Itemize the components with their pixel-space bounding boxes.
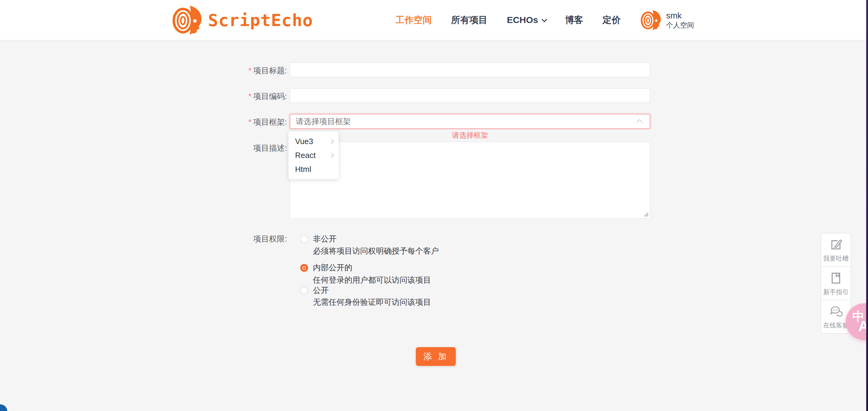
project-framework-select-input[interactable] bbox=[290, 117, 638, 126]
user-menu[interactable]: smk 个人空间 bbox=[640, 9, 694, 31]
dropdown-option-vue3[interactable]: Vue3 bbox=[288, 134, 339, 148]
nav-item-all-projects[interactable]: 所有项目 bbox=[451, 14, 488, 26]
nav-item-pricing[interactable]: 定价 bbox=[602, 14, 621, 26]
project-title-input[interactable] bbox=[290, 63, 650, 77]
browser-edge-strip bbox=[866, 0, 868, 411]
chevron-right-icon bbox=[329, 153, 334, 158]
project-framework-select[interactable] bbox=[290, 114, 650, 129]
permission-desc-internal: 任何登录的用户都可以访问该项目 bbox=[313, 275, 431, 285]
chevron-right-icon bbox=[329, 139, 334, 144]
permission-option-public[interactable]: 公开 bbox=[300, 285, 329, 296]
logo-text: ScriptEcho bbox=[208, 10, 313, 30]
required-mark: * bbox=[248, 92, 251, 101]
main-nav: 工作空间 所有项目 ECHOs 博客 定价 smk 个人空间 bbox=[396, 9, 694, 31]
label-project-framework: *项目框架: bbox=[194, 117, 287, 127]
add-button[interactable]: 添 加 bbox=[416, 347, 456, 366]
label-project-code: *项目编码: bbox=[194, 91, 287, 101]
resize-handle-icon[interactable] bbox=[644, 212, 649, 217]
nav-item-workspace[interactable]: 工作空间 bbox=[396, 14, 432, 26]
user-name: smk bbox=[666, 10, 694, 21]
dropdown-option-react[interactable]: React bbox=[288, 148, 339, 162]
framework-error-message: 请选择框架 bbox=[290, 130, 650, 140]
project-description-textarea[interactable] bbox=[290, 141, 650, 219]
feedback-edit-icon bbox=[829, 237, 843, 251]
user-avatar bbox=[640, 9, 662, 31]
dropdown-option-html[interactable]: Html bbox=[288, 162, 339, 176]
beginner-guide-button[interactable]: 新手指引 bbox=[821, 266, 851, 300]
online-service-chat-icon bbox=[829, 304, 843, 318]
permission-desc-private: 必须将项目访问权明确授予每个客户 bbox=[313, 246, 439, 256]
scriptecho-logo-icon bbox=[172, 4, 203, 36]
framework-dropdown: Vue3 React Html bbox=[288, 131, 339, 179]
user-info: smk 个人空间 bbox=[666, 10, 694, 29]
chevron-down-icon bbox=[541, 17, 547, 22]
label-project-permission: 项目权限: bbox=[194, 234, 287, 244]
radio-unchecked-icon[interactable] bbox=[300, 287, 308, 294]
required-mark: * bbox=[248, 118, 251, 127]
nav-item-blog[interactable]: 博客 bbox=[565, 14, 583, 26]
project-code-input[interactable] bbox=[290, 88, 650, 103]
beginner-guide-icon bbox=[829, 271, 843, 285]
radio-unchecked-icon[interactable] bbox=[300, 235, 308, 243]
permission-option-private[interactable]: 非公开 bbox=[300, 234, 337, 244]
label-project-description: 项目描述: bbox=[194, 143, 287, 153]
project-form: *项目标题: *项目编码: *项目框架: 请选择框架 Vue3 React Ht… bbox=[0, 40, 868, 411]
label-project-title: *项目标题: bbox=[194, 66, 287, 75]
feedback-button[interactable]: 我要吐槽 bbox=[821, 233, 851, 266]
header: ScriptEcho 工作空间 所有项目 ECHOs 博客 定价 smk 个人空… bbox=[0, 0, 868, 40]
logo[interactable]: ScriptEcho bbox=[172, 4, 313, 36]
project-description-wrap bbox=[290, 141, 650, 219]
user-space: 个人空间 bbox=[666, 21, 694, 29]
nav-item-echos-label: ECHOs bbox=[507, 15, 538, 25]
permission-desc-public: 无需任何身份验证即可访问该项目 bbox=[313, 297, 431, 308]
required-mark: * bbox=[248, 66, 251, 75]
permission-option-internal[interactable]: 内部公开的 bbox=[300, 262, 352, 273]
nav-item-echos[interactable]: ECHOs bbox=[507, 15, 546, 25]
radio-checked-icon[interactable] bbox=[300, 264, 308, 272]
